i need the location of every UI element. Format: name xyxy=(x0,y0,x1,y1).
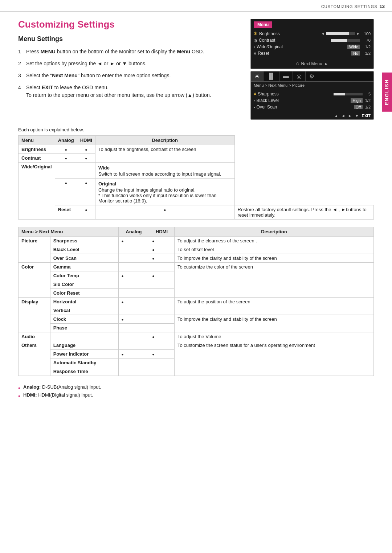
table-row: Picture Sharpness To adjust the clearnes… xyxy=(19,237,374,245)
sharpness-fill xyxy=(334,93,345,95)
osd-bottom-sharpness: A Sharpness 5 xyxy=(254,91,371,97)
section-title: Menu Settings xyxy=(18,35,240,43)
step-3: 3 Select the "Next Menu" button to enter… xyxy=(18,72,240,79)
audio-analog xyxy=(118,332,149,341)
wide-desc-cell: WideSwitch to full screen mode according… xyxy=(95,163,234,179)
footer-down-icon: ▼ xyxy=(355,114,359,118)
color-section-cell: Color xyxy=(19,263,50,298)
dot-icon xyxy=(122,238,124,243)
vertical-sub: Vertical xyxy=(50,306,118,315)
dot-icon xyxy=(122,316,124,322)
page-header: CUSTOMIZING SETTINGS 13 xyxy=(0,0,392,12)
table1-header-analog: Analog xyxy=(55,136,77,145)
dot-icon xyxy=(164,207,166,212)
dot-icon xyxy=(65,155,67,161)
overscan-sub: Over Scan xyxy=(50,254,118,263)
osd-row-brightness: ✻ Brightness ◄ ► 100 xyxy=(254,31,371,36)
autostandby-hdmi xyxy=(149,359,175,367)
step-2: 2 Set the options by pressing the ◄ or ►… xyxy=(18,60,240,67)
reset-label: Reset xyxy=(258,51,350,56)
table-1: Menu Analog HDMI Description Brightness … xyxy=(18,135,374,220)
dot-icon xyxy=(85,155,87,161)
clock-sub: Clock xyxy=(50,315,118,324)
footer-note-hdmi: HDMI: HDMI(Digital signal) input. xyxy=(18,391,374,399)
osd-next-row: Next Menu ► xyxy=(254,59,371,66)
blacklevel-val: 1/2 xyxy=(364,98,371,103)
autostandby-analog xyxy=(118,359,149,367)
wide-label: Wide/Original xyxy=(257,44,346,49)
table1-header-hdmi: HDMI xyxy=(77,136,95,145)
left-column: Customizing Settings Menu Settings 1 Pre… xyxy=(18,19,240,120)
osd-bottom-rows: A Sharpness 5 ▪ Black Level High 1/2 xyxy=(251,89,373,112)
gamma-sub: Gamma xyxy=(50,263,118,271)
table2-header-analog: Analog xyxy=(118,227,149,237)
table-row: Reset Restore all factory default settin… xyxy=(19,205,374,220)
horizontal-analog xyxy=(118,298,149,306)
table-2: Menu > Next Menu Analog HDMI Description… xyxy=(18,227,374,376)
wide-analog-cell xyxy=(55,163,77,179)
table-row: Wide/Original WideSwitch to full screen … xyxy=(19,163,374,179)
language-hdmi xyxy=(149,341,175,350)
osd-tab-color[interactable]: ▐▌ xyxy=(264,71,279,81)
display-clarity-desc: To improve the clarity and stability of … xyxy=(174,315,373,332)
phase-analog xyxy=(118,324,149,332)
table2-header-menu: Menu > Next Menu xyxy=(19,227,119,237)
dot-icon xyxy=(122,351,124,357)
table-row: Over Scan To improve the clarity and sta… xyxy=(19,254,374,263)
step-3-text: Select the "Next Menu" button to enter t… xyxy=(26,72,240,79)
osd-tab-others[interactable]: ⚙ xyxy=(306,71,318,81)
blacklevel-hdmi xyxy=(149,245,175,254)
blacklevel-label: Black Level xyxy=(257,98,350,103)
language-analog xyxy=(118,341,149,350)
powerindicator-hdmi xyxy=(149,350,175,359)
osd-tab-display[interactable]: ▬ xyxy=(279,71,293,81)
step-2-num: 2 xyxy=(18,60,23,67)
others-section-cell: Others xyxy=(19,341,50,376)
table1-header-row: Menu Analog HDMI Description xyxy=(19,136,374,145)
intro-section: Customizing Settings Menu Settings 1 Pre… xyxy=(18,19,374,120)
sharpness-desc: To adjust the clearness of the screen . xyxy=(174,237,373,245)
original-hdmi-cell xyxy=(77,179,95,205)
dot-icon xyxy=(65,180,67,185)
table-row: Brightness To adjust the brightness, con… xyxy=(19,145,374,154)
osd-tab-audio[interactable]: ◎ xyxy=(293,71,306,81)
reset-val-text: No xyxy=(351,51,360,56)
step-4: 4 Select EXIT to leave the OSD menu.To r… xyxy=(18,84,240,99)
osd-mockup: Menu ✻ Brightness ◄ ► 100 ◑ Contrast xyxy=(250,19,374,120)
sixcolor-analog xyxy=(118,280,149,289)
main-content: Customizing Settings Menu Settings 1 Pre… xyxy=(0,12,392,410)
overscan-desc: To improve the clarity and stability of … xyxy=(174,254,373,263)
dot-icon xyxy=(85,147,87,152)
table-row: Color Gamma To customize the color of th… xyxy=(19,263,374,271)
original-sublabel: Original xyxy=(98,181,232,187)
osd-breadcrumb: Menu > Next Menu > Picture xyxy=(251,82,373,89)
blacklevel-text: High xyxy=(351,98,363,103)
overscan-analog xyxy=(118,254,149,263)
brightness-hdmi-cell xyxy=(77,145,95,154)
display-position-desc: To adjust the position of the screen xyxy=(174,298,373,315)
footer-up-icon: ▲ xyxy=(334,114,338,118)
colorreset-hdmi xyxy=(149,289,175,298)
blacklevel-sub: Black Level xyxy=(50,245,118,254)
blacklevel-analog xyxy=(118,245,149,254)
brightness-analog-cell xyxy=(55,145,77,154)
osd-bottom-box: ☀ ▐▌ ▬ ◎ ⚙ Menu > Next Menu > Picture A … xyxy=(250,71,374,120)
clock-hdmi xyxy=(149,315,175,324)
dot-icon xyxy=(65,147,67,152)
original-analog-cell xyxy=(55,179,77,205)
wide-val-text: Wide xyxy=(347,45,360,49)
step-1: 1 Press MENU button on the bottom of the… xyxy=(18,48,240,56)
contrast-icon: ◑ xyxy=(254,38,257,43)
colorreset-analog xyxy=(118,289,149,298)
osd-row-contrast: ◑ Contrast 70 xyxy=(254,38,371,43)
footer-exit-label: EXIT xyxy=(362,114,371,118)
dot-icon xyxy=(152,273,154,278)
contrast-menu-cell: Contrast xyxy=(19,154,55,163)
osd-row-reset: R Reset No 1/2 xyxy=(254,51,371,56)
brightness-bar xyxy=(326,32,355,35)
contrast-analog-cell xyxy=(55,154,77,163)
osd-tab-picture[interactable]: ☀ xyxy=(251,71,264,81)
audio-sub xyxy=(50,332,118,341)
dot-icon xyxy=(85,207,87,212)
original-desc-cell: OriginalChange the input image signal ra… xyxy=(95,179,234,205)
